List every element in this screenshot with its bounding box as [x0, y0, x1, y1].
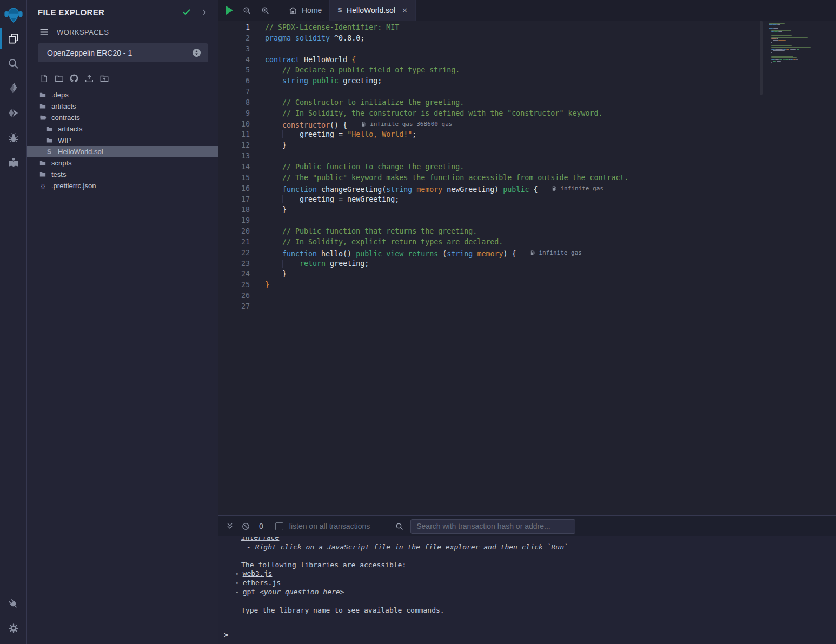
- settings-gear-icon: [8, 622, 19, 634]
- close-tab-icon[interactable]: ✕: [402, 6, 408, 15]
- tree-item--prettierrc-json[interactable]: { }.prettierrc.json: [27, 180, 218, 191]
- folder-icon: [45, 125, 54, 132]
- upload-file-button[interactable]: [84, 73, 95, 84]
- terminal-panel: 0 listen on all transactions interface- …: [218, 515, 836, 644]
- new-folder-icon: [54, 74, 64, 83]
- file-explorer-toolbar: [27, 62, 218, 84]
- workspace-dropdown[interactable]: OpenZeppelin ERC20 - 1: [38, 43, 208, 62]
- tree-item-label: artifacts: [58, 125, 83, 133]
- main-area: Home S HelloWorld.sol ✕ 1234567891011121…: [218, 0, 836, 644]
- chevron-right-icon: [200, 8, 208, 16]
- tree-item-wip[interactable]: WIP: [27, 135, 218, 146]
- line-number: 23: [218, 258, 265, 269]
- tree-item-contracts[interactable]: contracts: [27, 112, 218, 123]
- code-line: [265, 301, 759, 312]
- terminal-line: - Right click on a JavaScript file in th…: [218, 543, 836, 552]
- tree-item-label: tests: [51, 170, 66, 178]
- sidebar-item-plugin-manager[interactable]: [0, 591, 27, 616]
- debugger-icon: [8, 132, 19, 144]
- tab-label: Home: [302, 6, 322, 15]
- sidebar-item-file-explorer[interactable]: [0, 26, 27, 51]
- minimap[interactable]: [764, 21, 836, 515]
- sidebar-item-debugger[interactable]: [0, 125, 27, 150]
- scrollbar-thumb[interactable]: [760, 21, 763, 95]
- terminal-prompt: >: [224, 630, 228, 639]
- library-link-ethers-js[interactable]: ethers.js: [243, 579, 281, 587]
- editor-scrollbar[interactable]: [759, 21, 764, 515]
- terminal-output[interactable]: interface- Right click on a JavaScript f…: [218, 536, 836, 644]
- line-number: 8: [218, 97, 265, 108]
- sidebar-item-deploy-run[interactable]: [0, 101, 27, 125]
- search-icon: [7, 57, 19, 70]
- tree-item-label: contracts: [51, 114, 80, 122]
- bullet-icon: •: [235, 570, 239, 579]
- gas-estimate-hint: infinite gas: [552, 183, 603, 194]
- run-script-button[interactable]: [226, 6, 233, 15]
- solidity-icon: S: [45, 148, 54, 156]
- tree-item-artifacts[interactable]: artifacts: [27, 101, 218, 112]
- clear-console-button[interactable]: [241, 522, 250, 531]
- code-area[interactable]: // SPDX-License-Identifier: MITpragma so…: [265, 21, 759, 515]
- upload-file-icon: [84, 74, 95, 84]
- line-number: 6: [218, 76, 265, 87]
- line-number: 27: [218, 301, 265, 312]
- minimap-line: [769, 31, 836, 32]
- upload-folder-button[interactable]: [99, 73, 110, 84]
- minimap-line: [769, 23, 836, 24]
- sidebar-item-search[interactable]: [0, 51, 27, 76]
- expand-terminal-button[interactable]: [225, 522, 234, 530]
- sidebar-item-solidity-compiler[interactable]: [0, 76, 27, 101]
- tab-home[interactable]: Home: [281, 0, 330, 21]
- new-folder-button[interactable]: [54, 73, 64, 84]
- accept-check-button[interactable]: [182, 7, 191, 17]
- library-link-web3-js[interactable]: web3.js: [243, 569, 273, 578]
- file-explorer-icon: [7, 32, 19, 45]
- deploy-run-icon: [8, 107, 19, 119]
- tree-item-scripts[interactable]: scripts: [27, 157, 218, 169]
- sidebar-item-settings[interactable]: [0, 616, 27, 641]
- minimap-line: [769, 24, 836, 25]
- code-line: greeting = "Hello, World!";: [265, 129, 759, 140]
- minimap-line: [769, 50, 836, 51]
- listen-transactions-checkbox[interactable]: [275, 522, 283, 530]
- new-file-button[interactable]: [38, 73, 49, 84]
- minimap-line: [769, 40, 836, 41]
- clone-github-button[interactable]: [69, 73, 79, 84]
- terminal-search-input[interactable]: [410, 519, 575, 534]
- tab-helloworld-sol[interactable]: S HelloWorld.sol ✕: [330, 0, 416, 21]
- line-number: 25: [218, 280, 265, 290]
- collapse-panel-button[interactable]: [200, 8, 208, 16]
- minimap-line: [769, 49, 836, 50]
- tree-item-label: scripts: [51, 159, 72, 167]
- workspace-select-button[interactable]: [191, 48, 202, 58]
- zoom-out-button[interactable]: [242, 6, 251, 15]
- code-line: }: [265, 280, 759, 290]
- tree-item-tests[interactable]: tests: [27, 169, 218, 180]
- minimap-line: [769, 57, 836, 58]
- folder-icon: [38, 103, 47, 110]
- code-line: }: [265, 140, 759, 151]
- code-line: [265, 215, 759, 226]
- code-line: // Constructor to initialize the greetin…: [265, 97, 759, 108]
- zoom-in-button[interactable]: [261, 6, 270, 15]
- terminal-search-button[interactable]: [395, 522, 404, 531]
- search-icon: [395, 522, 404, 531]
- line-number: 5: [218, 65, 265, 76]
- line-number: 22: [218, 248, 265, 258]
- line-number: 19: [218, 215, 265, 226]
- minimap-line: [769, 59, 836, 60]
- minimap-line: [769, 30, 836, 31]
- code-line: [265, 87, 759, 97]
- folder-icon: [45, 137, 54, 144]
- tree-item--deps[interactable]: .deps: [27, 89, 218, 101]
- tree-item-artifacts[interactable]: artifacts: [27, 123, 218, 135]
- line-number: 13: [218, 151, 265, 162]
- tree-item-helloworld-sol[interactable]: SHelloWorld.sol: [27, 146, 218, 157]
- remix-logo[interactable]: [3, 4, 24, 26]
- sidebar-item-learneth[interactable]: [0, 150, 27, 175]
- code-line: // Public function that returns the gree…: [265, 226, 759, 237]
- workspaces-menu-button[interactable]: [39, 27, 49, 37]
- line-number: 7: [218, 87, 265, 97]
- minimap-line: [769, 45, 836, 46]
- workspace-name: OpenZeppelin ERC20 - 1: [47, 49, 132, 57]
